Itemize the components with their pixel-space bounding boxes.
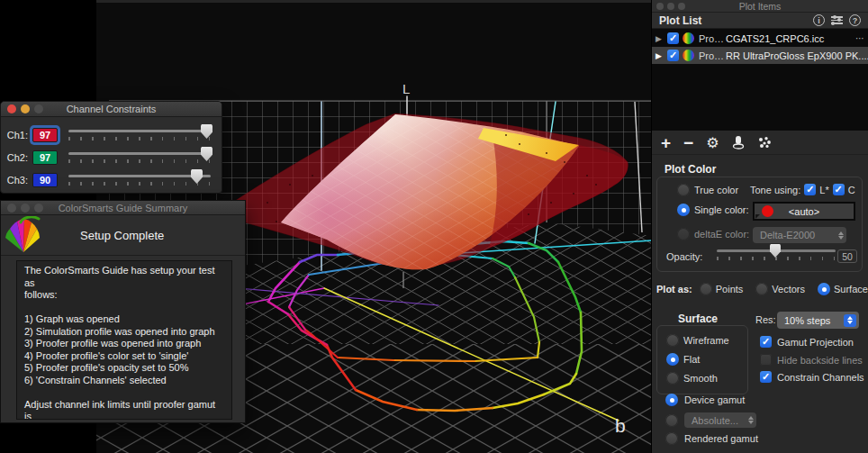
true-color-radio[interactable] bbox=[677, 184, 690, 196]
plot-as-label: Plot as: bbox=[656, 284, 692, 294]
ch2-value-input[interactable] bbox=[32, 150, 58, 165]
ch1-value-input[interactable] bbox=[32, 128, 58, 142]
colorsmarts-body-text: The ColorSmarts Guide has setup your tes… bbox=[16, 260, 232, 420]
plot-as-points-radio[interactable] bbox=[700, 283, 712, 295]
color-swatch-red bbox=[762, 205, 773, 217]
plot-list-toolbar: + − ⚙ bbox=[652, 131, 868, 155]
ch3-value-input[interactable] bbox=[32, 173, 58, 187]
tone-l-checkbox[interactable]: ✓ bbox=[804, 184, 816, 195]
rendering-intent-value: Absolute... bbox=[692, 415, 738, 426]
res-dropdown[interactable]: 10% steps bbox=[777, 312, 859, 329]
b-axis-label: b bbox=[615, 415, 626, 436]
ch3-slider-ticks bbox=[68, 182, 211, 186]
constrain-channels-label: Constrain Channels bbox=[777, 372, 864, 383]
row-visible-checkbox[interactable]: ✓ bbox=[667, 50, 679, 61]
plot-color-section-label: Plot Color bbox=[665, 163, 716, 176]
filter-sliders-icon[interactable] bbox=[831, 16, 843, 24]
hide-backside-checkbox[interactable] bbox=[760, 354, 772, 366]
device-gamut-label: Device gamut bbox=[684, 394, 745, 405]
channel-constraints-panel: Channel Constraints Ch1: Ch2: Ch3: bbox=[0, 101, 222, 194]
disclosure-triangle-icon[interactable]: ▶ bbox=[656, 34, 667, 43]
plot-items-titlebar[interactable]: Plot Items bbox=[652, 0, 868, 13]
deltae-method-dropdown[interactable]: Delta-E2000 bbox=[753, 227, 846, 243]
device-gamut-radio[interactable] bbox=[665, 394, 678, 406]
res-label: Res: bbox=[755, 314, 776, 325]
plot-list-row-1[interactable]: ▶ ✓ Pro… CGATS21_CRPC6.icc ⋯ bbox=[652, 30, 868, 47]
colorsmarts-summary-panel: ColorSmarts Guide Summary Setup Complete… bbox=[0, 200, 246, 423]
ch2-label: Ch2: bbox=[1, 152, 28, 163]
surface-mode-groupbox: Wireframe Flat Smooth bbox=[656, 325, 748, 394]
plot-as-points-label: Points bbox=[716, 284, 744, 294]
ch3-label: Ch3: bbox=[1, 175, 28, 186]
deltae-color-radio[interactable] bbox=[677, 228, 690, 240]
window-title: Plot Items bbox=[652, 1, 868, 12]
plot-list-label: Plot List bbox=[659, 14, 701, 27]
opacity-label: Opacity: bbox=[666, 251, 702, 262]
opacity-slider-ticks bbox=[717, 257, 836, 260]
single-color-well[interactable]: <auto> bbox=[753, 202, 855, 221]
window-title: ColorSmarts Guide Summary bbox=[1, 203, 245, 213]
colorsmarts-titlebar[interactable]: ColorSmarts Guide Summary bbox=[1, 201, 245, 215]
info-icon[interactable]: i bbox=[813, 14, 825, 26]
single-color-label: Single color: bbox=[694, 204, 749, 215]
l-axis-label: L bbox=[402, 81, 410, 96]
opacity-slider-thumb[interactable] bbox=[770, 244, 781, 258]
plot-items-panel: Plot Items Plot List i ? ▶ ✓ Pro… CGATS2… bbox=[651, 0, 868, 453]
ch1-slider-ticks bbox=[68, 137, 211, 140]
row-type-label: Pro… bbox=[699, 33, 726, 44]
single-color-radio[interactable] bbox=[677, 204, 690, 216]
app-screen: L b Plot Items Plot List i ? ▶ ✓ bbox=[0, 0, 868, 453]
profile-name[interactable]: CGATS21_CRPC6.icc bbox=[726, 33, 852, 44]
tone-c-checkbox[interactable]: ✓ bbox=[833, 184, 845, 195]
profile-name[interactable]: RR UltraProGloss EpX900 PK.... bbox=[726, 50, 868, 61]
rendered-gamut-radio[interactable] bbox=[665, 432, 678, 445]
gear-icon[interactable]: ⚙ bbox=[706, 134, 719, 151]
graph-window-top-edge bbox=[96, 0, 652, 3]
opacity-slider[interactable] bbox=[717, 249, 836, 260]
ch2-slider[interactable] bbox=[68, 152, 211, 163]
channel-constraints-titlebar[interactable]: Channel Constraints bbox=[1, 102, 222, 117]
row-options-icon[interactable]: ⋯ bbox=[852, 33, 868, 43]
remove-button[interactable]: − bbox=[683, 134, 693, 151]
plot-list-row-2[interactable]: ▶ ✓ Pro… RR UltraProGloss EpX900 PK.... bbox=[652, 47, 868, 64]
ch2-slider-ticks bbox=[68, 159, 211, 163]
surface-section-label: Surface bbox=[678, 313, 718, 325]
dropdown-chevrons-icon bbox=[844, 314, 856, 327]
disclosure-triangle-icon[interactable]: ▶ bbox=[656, 51, 667, 60]
plot-color-groupbox: True color Tone using: ✓ L* ✓ C Single c… bbox=[656, 177, 863, 272]
setup-complete-heading: Setup Complete bbox=[80, 229, 164, 242]
help-icon[interactable]: ? bbox=[849, 14, 861, 26]
smooth-radio[interactable] bbox=[666, 372, 679, 385]
true-color-label: True color bbox=[694, 185, 738, 195]
flat-label: Flat bbox=[683, 354, 700, 365]
deltae-method-value: Delta-E2000 bbox=[760, 230, 815, 240]
ch1-slider[interactable] bbox=[68, 130, 211, 140]
wireframe-radio[interactable] bbox=[666, 334, 679, 347]
colorsmarts-header: Setup Complete bbox=[1, 215, 245, 256]
gamut-projection-checkbox[interactable]: ✓ bbox=[760, 336, 772, 348]
row-type-label: Pro… bbox=[699, 50, 726, 61]
colorsmarts-hat-icon bbox=[3, 216, 44, 259]
plot-as-surface-label: Surface bbox=[834, 284, 868, 294]
rainbow-profile-icon bbox=[683, 50, 694, 61]
plot-as-vectors-radio[interactable] bbox=[755, 283, 768, 295]
res-value: 10% steps bbox=[784, 315, 830, 326]
rendered-gamut-label: Rendered gamut bbox=[684, 433, 758, 444]
probe-icon[interactable] bbox=[732, 135, 745, 149]
rainbow-profile-icon bbox=[683, 32, 694, 44]
plot-list: ▶ ✓ Pro… CGATS21_CRPC6.icc ⋯ ▶ ✓ Pro… RR… bbox=[652, 29, 868, 131]
cluster-icon[interactable] bbox=[757, 136, 772, 149]
hide-backside-label: Hide backside lines bbox=[777, 355, 863, 366]
flat-radio[interactable] bbox=[666, 353, 679, 366]
rendering-intent-radio[interactable] bbox=[665, 414, 678, 427]
plot-list-header: Plot List i ? bbox=[652, 13, 868, 29]
constrain-channels-checkbox[interactable]: ✓ bbox=[760, 371, 772, 383]
rendering-intent-dropdown[interactable]: Absolute... bbox=[684, 412, 756, 428]
row-visible-checkbox[interactable]: ✓ bbox=[667, 32, 679, 44]
add-button[interactable]: + bbox=[661, 134, 671, 151]
plot-as-row: Plot as: Points Vectors Surface bbox=[656, 283, 868, 295]
tone-c-label: C bbox=[848, 185, 855, 195]
smooth-label: Smooth bbox=[683, 373, 718, 384]
plot-as-surface-radio[interactable] bbox=[818, 283, 830, 295]
ch3-slider[interactable] bbox=[68, 175, 211, 186]
